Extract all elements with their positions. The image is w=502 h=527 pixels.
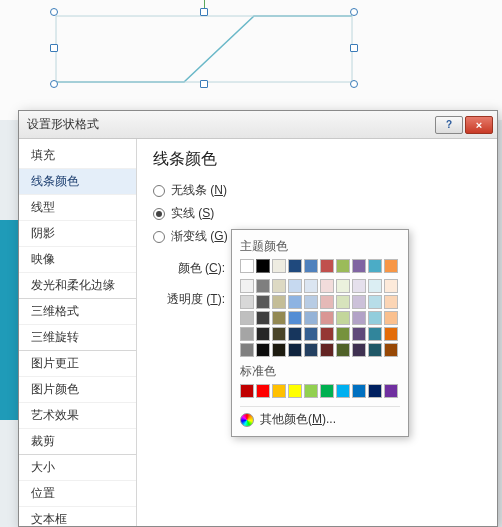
color-swatch[interactable]: [304, 384, 318, 398]
color-swatch[interactable]: [368, 295, 382, 309]
resize-handle-bl[interactable]: [50, 80, 58, 88]
resize-handle-tl[interactable]: [50, 8, 58, 16]
color-swatch[interactable]: [240, 384, 254, 398]
sidebar-item-5[interactable]: 发光和柔化边缘: [19, 273, 136, 299]
color-swatch[interactable]: [240, 311, 254, 325]
color-swatch[interactable]: [320, 327, 334, 341]
color-swatch[interactable]: [272, 311, 286, 325]
color-swatch[interactable]: [304, 279, 318, 293]
color-swatch[interactable]: [240, 343, 254, 357]
color-swatch[interactable]: [384, 279, 398, 293]
color-swatch[interactable]: [352, 343, 366, 357]
color-swatch[interactable]: [320, 343, 334, 357]
color-swatch[interactable]: [272, 279, 286, 293]
color-swatch[interactable]: [272, 384, 286, 398]
sidebar-item-6[interactable]: 三维格式: [19, 299, 136, 325]
color-swatch[interactable]: [336, 384, 350, 398]
resize-handle-tr[interactable]: [350, 8, 358, 16]
color-swatch[interactable]: [272, 259, 286, 273]
resize-handle-tm[interactable]: [200, 8, 208, 16]
color-swatch[interactable]: [304, 343, 318, 357]
color-swatch[interactable]: [336, 279, 350, 293]
color-swatch[interactable]: [272, 327, 286, 341]
color-swatch[interactable]: [336, 327, 350, 341]
color-swatch[interactable]: [320, 295, 334, 309]
sidebar-item-7[interactable]: 三维旋转: [19, 325, 136, 351]
color-swatch[interactable]: [288, 384, 302, 398]
color-swatch[interactable]: [288, 279, 302, 293]
color-swatch[interactable]: [384, 259, 398, 273]
color-swatch[interactable]: [320, 259, 334, 273]
resize-handle-br[interactable]: [350, 80, 358, 88]
sidebar-item-2[interactable]: 线型: [19, 195, 136, 221]
color-swatch[interactable]: [240, 259, 254, 273]
color-swatch[interactable]: [368, 311, 382, 325]
color-swatch[interactable]: [288, 343, 302, 357]
sidebar-item-9[interactable]: 图片颜色: [19, 377, 136, 403]
color-swatch[interactable]: [320, 311, 334, 325]
color-swatch[interactable]: [384, 327, 398, 341]
color-swatch[interactable]: [304, 259, 318, 273]
color-swatch[interactable]: [256, 295, 270, 309]
option-no-line[interactable]: 无线条 (N): [153, 182, 481, 199]
color-swatch[interactable]: [256, 327, 270, 341]
color-swatch[interactable]: [256, 259, 270, 273]
color-swatch[interactable]: [304, 327, 318, 341]
sidebar-item-14[interactable]: 文本框: [19, 507, 136, 526]
color-swatch[interactable]: [272, 343, 286, 357]
color-swatch[interactable]: [368, 259, 382, 273]
sidebar-item-1[interactable]: 线条颜色: [19, 169, 136, 195]
more-colors-item[interactable]: 其他颜色(M)...: [240, 406, 400, 428]
color-swatch[interactable]: [288, 259, 302, 273]
color-swatch[interactable]: [320, 279, 334, 293]
color-swatch[interactable]: [352, 384, 366, 398]
color-swatch[interactable]: [288, 295, 302, 309]
color-swatch[interactable]: [256, 343, 270, 357]
resize-handle-bm[interactable]: [200, 80, 208, 88]
close-button[interactable]: ×: [465, 116, 493, 134]
color-swatch[interactable]: [304, 295, 318, 309]
color-swatch[interactable]: [304, 311, 318, 325]
color-swatch[interactable]: [256, 311, 270, 325]
color-swatch[interactable]: [320, 384, 334, 398]
color-swatch[interactable]: [256, 384, 270, 398]
color-swatch[interactable]: [368, 279, 382, 293]
sidebar-item-3[interactable]: 阴影: [19, 221, 136, 247]
color-swatch[interactable]: [384, 343, 398, 357]
color-swatch[interactable]: [352, 311, 366, 325]
color-swatch[interactable]: [240, 327, 254, 341]
color-swatch[interactable]: [352, 295, 366, 309]
sidebar-item-12[interactable]: 大小: [19, 455, 136, 481]
color-swatch[interactable]: [288, 327, 302, 341]
sidebar-item-8[interactable]: 图片更正: [19, 351, 136, 377]
color-swatch[interactable]: [240, 295, 254, 309]
resize-handle-mr[interactable]: [350, 44, 358, 52]
color-swatch[interactable]: [240, 279, 254, 293]
color-swatch[interactable]: [288, 311, 302, 325]
option-solid-line[interactable]: 实线 (S): [153, 205, 481, 222]
color-swatch[interactable]: [352, 327, 366, 341]
sidebar-item-4[interactable]: 映像: [19, 247, 136, 273]
color-swatch[interactable]: [336, 311, 350, 325]
color-swatch[interactable]: [256, 279, 270, 293]
sidebar-item-13[interactable]: 位置: [19, 481, 136, 507]
color-swatch[interactable]: [352, 279, 366, 293]
resize-handle-ml[interactable]: [50, 44, 58, 52]
color-swatch[interactable]: [336, 343, 350, 357]
color-swatch[interactable]: [352, 259, 366, 273]
color-swatch[interactable]: [384, 311, 398, 325]
color-swatch[interactable]: [336, 259, 350, 273]
help-button[interactable]: ?: [435, 116, 463, 134]
dialog-titlebar[interactable]: 设置形状格式 ? ×: [19, 111, 497, 139]
sidebar-item-10[interactable]: 艺术效果: [19, 403, 136, 429]
color-swatch[interactable]: [384, 384, 398, 398]
sidebar-item-0[interactable]: 填充: [19, 143, 136, 169]
color-swatch[interactable]: [272, 295, 286, 309]
color-swatch[interactable]: [368, 384, 382, 398]
sidebar-item-11[interactable]: 裁剪: [19, 429, 136, 455]
color-swatch[interactable]: [368, 343, 382, 357]
color-swatch[interactable]: [336, 295, 350, 309]
color-swatch[interactable]: [384, 295, 398, 309]
color-swatch[interactable]: [368, 327, 382, 341]
selected-shape[interactable]: [54, 12, 354, 84]
